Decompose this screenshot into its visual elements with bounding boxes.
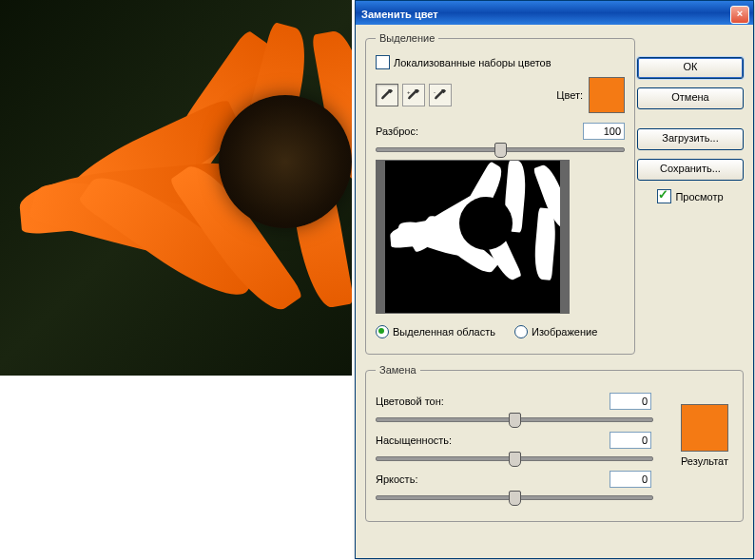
- eyedropper-icon[interactable]: [376, 84, 398, 106]
- replacement-legend: Замена: [376, 364, 420, 376]
- preview-checkbox[interactable]: [657, 189, 671, 203]
- ok-button[interactable]: ОК: [637, 57, 744, 79]
- radio-image-label: Изображение: [532, 326, 597, 338]
- fuzziness-slider-thumb[interactable]: [494, 143, 507, 158]
- radio-selection[interactable]: Выделенная область: [376, 325, 495, 338]
- localized-checkbox[interactable]: [376, 55, 390, 69]
- close-button[interactable]: ×: [730, 6, 749, 24]
- selection-legend: Выделение: [376, 32, 438, 44]
- localized-checkbox-label: Локализованные наборы цветов: [394, 57, 552, 68]
- dialog-titlebar[interactable]: Заменить цвет ×: [356, 1, 753, 25]
- eyedropper-subtract-icon[interactable]: -: [429, 84, 452, 106]
- fuzziness-label: Разброс:: [376, 126, 418, 137]
- lightness-slider-thumb[interactable]: [509, 491, 521, 506]
- hue-input[interactable]: [610, 393, 651, 410]
- selection-preview: [376, 160, 570, 314]
- save-button[interactable]: Сохранить...: [637, 159, 744, 181]
- document-image: [0, 0, 352, 376]
- lightness-label: Яркость:: [376, 473, 417, 485]
- hue-label: Цветовой тон:: [376, 396, 444, 407]
- selection-group: Выделение Локализованные наборы цветов +…: [365, 32, 635, 355]
- load-button[interactable]: Загрузить...: [637, 128, 744, 150]
- cancel-button[interactable]: Отмена: [637, 87, 744, 109]
- fuzziness-slider[interactable]: [376, 147, 625, 152]
- result-color-swatch[interactable]: [681, 404, 728, 452]
- eyedropper-group: + -: [376, 84, 452, 106]
- replacement-group: Замена Цветовой тон: Насыщенность: Яркос…: [365, 364, 744, 522]
- saturation-slider-thumb[interactable]: [509, 452, 521, 467]
- radio-image-input[interactable]: [514, 325, 528, 338]
- hue-slider-thumb[interactable]: [509, 413, 521, 428]
- localized-checkbox-row[interactable]: Локализованные наборы цветов: [376, 55, 625, 69]
- hue-slider[interactable]: [376, 417, 653, 422]
- preview-checkbox-label: Просмотр: [675, 191, 723, 203]
- saturation-input[interactable]: [610, 432, 651, 449]
- result-label: Результат: [681, 455, 728, 467]
- dialog-title: Заменить цвет: [361, 9, 438, 20]
- close-icon: ×: [737, 8, 743, 19]
- color-label: Цвет:: [556, 89, 583, 101]
- result-column: Результат: [674, 404, 735, 467]
- fuzziness-input[interactable]: [583, 123, 625, 140]
- saturation-slider[interactable]: [376, 456, 653, 461]
- svg-text:-: -: [434, 88, 436, 95]
- radio-image[interactable]: Изображение: [514, 325, 597, 338]
- selection-color-swatch[interactable]: [589, 77, 625, 113]
- radio-selection-input[interactable]: [376, 325, 389, 338]
- svg-text:+: +: [407, 88, 411, 95]
- radio-selection-label: Выделенная область: [393, 326, 495, 338]
- saturation-label: Насыщенность:: [376, 434, 452, 446]
- dialog-buttons-column: ОК Отмена Загрузить... Сохранить... Прос…: [637, 57, 744, 207]
- lightness-input[interactable]: [610, 471, 651, 488]
- lightness-slider[interactable]: [376, 495, 653, 500]
- replace-color-dialog: Заменить цвет × ОК Отмена Загрузить... С…: [355, 0, 754, 559]
- eyedropper-add-icon[interactable]: +: [402, 84, 425, 106]
